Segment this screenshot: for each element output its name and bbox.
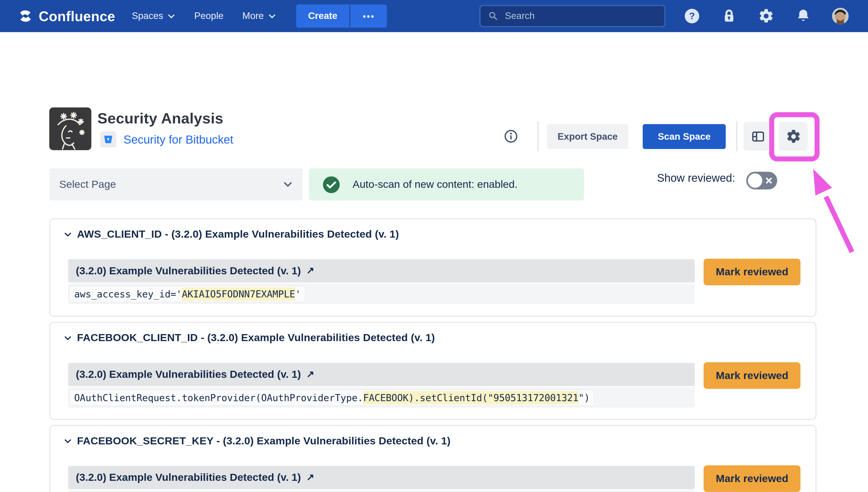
finding-page-link[interactable]: (3.2.0) Example Vulnerabilities Detected…	[76, 471, 301, 484]
mark-reviewed-button[interactable]: Mark reviewed	[704, 259, 800, 285]
mark-reviewed-button[interactable]: Mark reviewed	[704, 465, 800, 492]
lock-icon[interactable]	[721, 8, 737, 24]
external-link-icon: ↗	[307, 368, 314, 380]
create-button-group: Create •••	[296, 4, 387, 28]
nav-item-people[interactable]: People	[194, 10, 223, 22]
code-pre: OAuthClientRequest.tokenProvider(OAuthPr…	[74, 392, 363, 403]
code-highlight: AKIAIO5FODNN7EXAMPLE	[182, 287, 295, 300]
code-row: OAuthClientRequest.tokenProvider(OAuthPr…	[68, 387, 695, 408]
space-settings-button[interactable]	[779, 122, 808, 151]
finding-page-link-bar[interactable]: (3.2.0) Example Vulnerabilities Detected…	[68, 466, 695, 489]
code-post: ")	[578, 392, 590, 403]
show-reviewed-toggle[interactable]	[746, 172, 777, 190]
scan-space-button[interactable]: Scan Space	[643, 124, 726, 149]
finding-title-row: FACEBOOK_SECRET_KEY - (3.2.0) Example Vu…	[63, 435, 451, 447]
confluence-logo-icon	[17, 8, 34, 24]
collapse-chevron-icon[interactable]	[63, 230, 72, 238]
toggle-knob	[748, 173, 762, 188]
page-title: Security Analysis	[97, 110, 223, 127]
show-reviewed-label: Show reviewed:	[657, 172, 735, 184]
chevron-down-icon	[283, 179, 293, 190]
finding-title-row: AWS_CLIENT_ID - (3.2.0) Example Vulnerab…	[63, 228, 399, 240]
code-pre: aws_access_key_id='	[74, 288, 182, 300]
sidebar-layout-icon	[751, 129, 766, 144]
confluence-app: Confluence Spaces People More Create •••	[0, 0, 868, 492]
nav-icon-group: ?	[684, 8, 848, 24]
select-page-dropdown[interactable]: Select Page	[49, 168, 303, 200]
confluence-brand[interactable]: Confluence	[17, 8, 115, 24]
toggle-off-x-icon	[765, 177, 773, 184]
space-link-row: Security for Bitbucket	[100, 131, 233, 147]
info-icon[interactable]	[504, 129, 518, 143]
search-icon	[488, 10, 498, 22]
code-row: const fb_secret = "3b2e464637e5159024254…	[68, 490, 695, 492]
page-content: Security Analysis Security for Bitbucket…	[0, 32, 868, 492]
divider	[537, 121, 539, 151]
mark-reviewed-button[interactable]: Mark reviewed	[704, 362, 800, 389]
space-home-link[interactable]: Security for Bitbucket	[123, 133, 233, 146]
finding-title: FACEBOOK_SECRET_KEY - (3.2.0) Example Vu…	[77, 435, 451, 447]
brand-wordmark: Confluence	[39, 8, 115, 24]
help-icon[interactable]: ?	[684, 8, 700, 24]
nav-menu: Spaces People More	[132, 10, 276, 22]
external-link-icon: ↗	[307, 471, 314, 483]
findings-list: AWS_CLIENT_ID - (3.2.0) Example Vulnerab…	[49, 218, 817, 492]
bitbucket-icon	[102, 133, 114, 145]
code-post: '	[295, 288, 301, 300]
nav-item-label: More	[242, 10, 264, 22]
autoscan-banner: Auto-scan of new content: enabled.	[309, 168, 584, 200]
search-box[interactable]	[479, 5, 665, 27]
finding-card-facebook-secret-key: FACEBOOK_SECRET_KEY - (3.2.0) Example Vu…	[49, 425, 817, 492]
divider	[736, 121, 737, 151]
notification-icon[interactable]	[795, 8, 811, 24]
nav-item-label: People	[194, 10, 223, 22]
autoscan-banner-text: Auto-scan of new content: enabled.	[352, 178, 518, 191]
finding-card-aws-client-id: AWS_CLIENT_ID - (3.2.0) Example Vulnerab…	[49, 218, 817, 317]
success-check-icon	[322, 175, 340, 194]
finding-card-facebook-client-id: FACEBOOK_CLIENT_ID - (3.2.0) Example Vul…	[49, 322, 817, 420]
finding-page-link[interactable]: (3.2.0) Example Vulnerabilities Detected…	[76, 265, 301, 277]
sidebar-layout-button[interactable]	[743, 122, 772, 151]
code-snippet: aws_access_key_id='AKIAIO5FODNN7EXAMPLE'	[69, 286, 306, 302]
export-space-button[interactable]: Export Space	[547, 124, 628, 149]
code-snippet: OAuthClientRequest.tokenProvider(OAuthPr…	[69, 389, 595, 406]
code-row: aws_access_key_id='AKIAIO5FODNN7EXAMPLE'	[68, 284, 695, 304]
create-more-actions-button[interactable]: •••	[350, 4, 387, 28]
toggle-pill[interactable]	[746, 172, 777, 190]
finding-page-link-bar[interactable]: (3.2.0) Example Vulnerabilities Detected…	[68, 363, 695, 386]
nav-item-spaces[interactable]: Spaces	[132, 10, 175, 22]
chevron-down-icon	[268, 12, 276, 20]
finding-page-link[interactable]: (3.2.0) Example Vulnerabilities Detected…	[76, 368, 301, 380]
finding-title: AWS_CLIENT_ID - (3.2.0) Example Vulnerab…	[77, 228, 399, 240]
nav-right-section: ?	[479, 5, 848, 27]
user-avatar[interactable]	[832, 8, 848, 24]
external-link-icon: ↗	[307, 265, 314, 276]
collapse-chevron-icon[interactable]	[63, 334, 72, 342]
nav-item-label: Spaces	[132, 10, 163, 22]
select-page-label: Select Page	[59, 178, 116, 191]
settings-gear-icon[interactable]	[758, 8, 774, 24]
nav-item-more[interactable]: More	[242, 10, 276, 22]
create-button[interactable]: Create	[296, 4, 350, 28]
space-avatar[interactable]	[49, 107, 91, 150]
top-navigation-bar: Confluence Spaces People More Create •••	[0, 0, 868, 32]
space-settings-gear-icon	[785, 128, 801, 144]
collapse-chevron-icon[interactable]	[63, 437, 72, 445]
finding-title-row: FACEBOOK_CLIENT_ID - (3.2.0) Example Vul…	[63, 332, 435, 344]
bitbucket-tile	[100, 131, 116, 147]
svg-text:?: ?	[689, 11, 695, 21]
code-highlight: FACEBOOK).setClientId("950513172001321	[363, 391, 579, 404]
finding-page-link-bar[interactable]: (3.2.0) Example Vulnerabilities Detected…	[68, 259, 695, 282]
chevron-down-icon	[167, 12, 175, 20]
finding-title: FACEBOOK_CLIENT_ID - (3.2.0) Example Vul…	[77, 332, 435, 344]
show-reviewed-label-wrap: Show reviewed:	[657, 172, 735, 184]
search-input[interactable]	[505, 10, 657, 22]
space-avatar-doodle	[49, 107, 91, 150]
flower-asterisks	[61, 113, 84, 134]
